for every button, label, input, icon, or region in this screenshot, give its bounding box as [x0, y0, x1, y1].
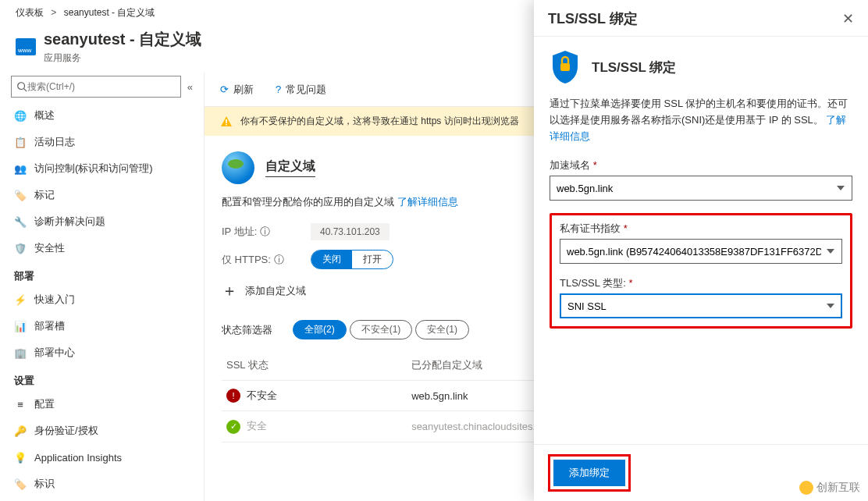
sidebar-item[interactable]: 📋活动日志	[0, 129, 204, 155]
page-title: seanyutest - 自定义域	[44, 29, 201, 50]
nav-icon: 🏷️	[14, 478, 27, 490]
nav-icon: 🏢	[14, 346, 27, 359]
sidebar-item-label: 概述	[34, 108, 55, 123]
ip-value: 40.73.101.203	[311, 223, 390, 240]
type-label: TLS/SSL 类型: *	[560, 276, 842, 290]
pill-insecure[interactable]: 不安全(1)	[350, 320, 413, 339]
shield-icon	[550, 49, 581, 85]
sidebar-item[interactable]: 🏷️标识	[0, 471, 204, 497]
search-input[interactable]	[27, 81, 176, 92]
sidebar-item-label: 部署中心	[34, 346, 75, 360]
globe-icon	[222, 151, 254, 184]
status-icon: ✓	[226, 420, 240, 434]
https-label: 仅 HTTPS:	[222, 253, 271, 267]
nav-icon: 💡	[14, 451, 27, 464]
sidebar-item[interactable]: 👥访问控制(标识和访问管理)	[0, 155, 204, 182]
pill-all[interactable]: 全部(2)	[293, 320, 347, 339]
sidebar-item-label: Application Insights	[34, 452, 122, 464]
svg-point-0	[18, 83, 25, 90]
refresh-button[interactable]: ⟳刷新	[220, 83, 254, 97]
nav-icon: 🌐	[14, 109, 27, 122]
nav-icon: ≡	[14, 398, 27, 410]
sidebar: « 🌐概述📋活动日志👥访问控制(标识和访问管理)🏷️标记🔧诊断并解决问题🛡️安全…	[0, 73, 205, 501]
nav-icon: 👥	[14, 162, 27, 175]
sidebar-item[interactable]: 🔄备份	[0, 497, 204, 501]
info-icon[interactable]: ⓘ	[260, 225, 270, 239]
sidebar-item[interactable]: ⚡快速入门	[0, 286, 204, 313]
sidebar-item-label: 快速入门	[34, 293, 75, 307]
add-binding-button[interactable]: 添加绑定	[553, 460, 625, 486]
sidebar-item-label: 活动日志	[34, 135, 75, 149]
sidebar-item[interactable]: 🔧诊断并解决问题	[0, 208, 204, 235]
sidebar-item-label: 标识	[34, 477, 55, 491]
panel-desc: 通过下拉菜单选择要使用 SSL 保护的主机名和要使用的证书。还可以选择是使用服务…	[550, 96, 852, 144]
pill-secure[interactable]: 安全(1)	[415, 320, 469, 339]
faq-button[interactable]: ?常见问题	[276, 83, 326, 97]
svg-rect-2	[226, 119, 227, 123]
cell-status: !不安全	[222, 381, 407, 411]
warning-text: 你有不受保护的自定义域，这将导致在通过 https 访问时出现浏览器	[240, 115, 519, 128]
nav-icon: 📋	[14, 136, 27, 148]
breadcrumb-item: seanyutest - 自定义域	[64, 7, 155, 18]
sidebar-item[interactable]: 🌐概述	[0, 102, 204, 129]
toggle-on[interactable]: 打开	[352, 250, 393, 268]
sidebar-item-label: 诊断并解决问题	[34, 215, 105, 229]
filter-label: 状态筛选器	[222, 323, 272, 337]
collapse-sidebar-icon[interactable]: «	[187, 81, 193, 93]
info-icon[interactable]: ⓘ	[274, 253, 284, 267]
sidebar-item[interactable]: 🏢部署中心	[0, 339, 204, 366]
nav-section-deploy: 部署	[0, 261, 204, 286]
status-icon: !	[226, 389, 240, 403]
sidebar-item[interactable]: ≡配置	[0, 391, 204, 418]
tls-type-select[interactable]: SNI SSL	[560, 293, 842, 318]
nav-icon: 🔑	[14, 425, 27, 437]
sidebar-item-label: 部署槽	[34, 319, 65, 333]
nav-icon: 🔧	[14, 215, 27, 228]
search-input-wrap[interactable]	[11, 76, 181, 98]
app-service-icon	[16, 38, 36, 55]
nav-icon: 📊	[14, 320, 27, 332]
nav-section-settings: 设置	[0, 366, 204, 391]
host-label: 加速域名 *	[550, 158, 852, 172]
plus-icon: ＋	[222, 280, 237, 301]
sidebar-item-label: 标记	[34, 188, 55, 202]
nav-icon: 🛡️	[14, 242, 27, 254]
https-toggle[interactable]: 关闭 打开	[311, 250, 393, 269]
warning-icon	[220, 115, 233, 128]
svg-rect-4	[560, 63, 570, 71]
section-title: 自定义域	[265, 158, 315, 177]
ip-label: IP 地址:	[222, 225, 257, 239]
page-subtitle: 应用服务	[44, 52, 201, 65]
learn-more-link[interactable]: 了解详细信息	[397, 196, 458, 208]
sidebar-item[interactable]: 📊部署槽	[0, 313, 204, 339]
svg-rect-3	[226, 124, 227, 126]
breadcrumb-root[interactable]: 仪表板	[16, 7, 44, 18]
sidebar-item[interactable]: 🔑身份验证/授权	[0, 418, 204, 444]
help-icon: ?	[276, 84, 281, 95]
sidebar-item-label: 安全性	[34, 241, 65, 255]
refresh-icon: ⟳	[220, 84, 229, 95]
search-icon	[16, 81, 27, 92]
watermark-icon	[799, 481, 813, 495]
sidebar-item-label: 配置	[34, 397, 55, 411]
host-select[interactable]: web.5gn.link	[550, 176, 852, 201]
sidebar-item[interactable]: 🛡️安全性	[0, 235, 204, 261]
panel-title: TLS/SSL 绑定	[548, 9, 638, 28]
close-icon[interactable]: ✕	[842, 10, 854, 27]
sidebar-item[interactable]: 💡Application Insights	[0, 444, 204, 471]
tls-panel: TLS/SSL 绑定 ✕ TLS/SSL 绑定 通过下拉菜单选择要使用 SSL …	[534, 0, 868, 501]
add-domain-label: 添加自定义域	[245, 284, 306, 298]
thumbprint-select[interactable]: web.5gn.link (B957424064013358E9387DF131…	[560, 239, 842, 264]
nav-icon: ⚡	[14, 293, 27, 306]
cell-status: ✓安全	[222, 411, 407, 442]
sidebar-item[interactable]: 🏷️标记	[0, 182, 204, 208]
breadcrumb-sep: >	[51, 7, 56, 18]
thumb-label: 私有证书指纹 *	[560, 222, 842, 236]
nav-icon: 🏷️	[14, 189, 27, 201]
svg-line-1	[24, 89, 27, 92]
sidebar-item-label: 访问控制(标识和访问管理)	[34, 162, 153, 176]
sidebar-item-label: 身份验证/授权	[34, 424, 98, 438]
toggle-off[interactable]: 关闭	[311, 250, 352, 268]
panel-subtitle: TLS/SSL 绑定	[592, 59, 676, 76]
th-ssl: SSL 状态	[222, 350, 407, 381]
